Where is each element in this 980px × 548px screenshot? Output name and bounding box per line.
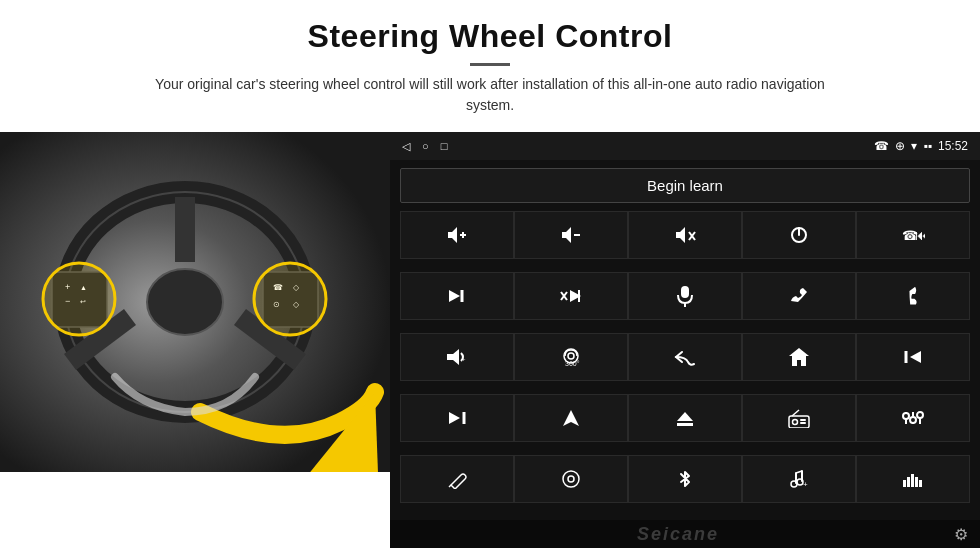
recent-nav-icon[interactable]: □ bbox=[441, 140, 448, 152]
page-title: Steering Wheel Control bbox=[40, 18, 940, 55]
phone-status-icon: ☎ bbox=[874, 139, 889, 153]
navigate-button[interactable] bbox=[514, 394, 628, 442]
page-subtitle: Your original car's steering wheel contr… bbox=[150, 74, 830, 116]
svg-marker-41 bbox=[789, 348, 809, 366]
begin-learn-row: Begin learn bbox=[390, 160, 980, 211]
svg-text:+: + bbox=[462, 356, 466, 362]
home-nav-icon[interactable]: ○ bbox=[422, 140, 429, 152]
svg-point-50 bbox=[793, 420, 798, 425]
svg-point-6 bbox=[147, 269, 223, 335]
svg-rect-68 bbox=[911, 474, 914, 487]
phone-answer-button[interactable] bbox=[742, 272, 856, 320]
music-button[interactable]: + bbox=[742, 455, 856, 503]
eject-button[interactable] bbox=[628, 394, 742, 442]
svg-point-39 bbox=[568, 353, 574, 359]
call-prev-button[interactable]: ☎⏮ bbox=[856, 211, 970, 259]
power-button[interactable] bbox=[742, 211, 856, 259]
svg-marker-45 bbox=[449, 412, 460, 424]
svg-marker-47 bbox=[677, 412, 693, 421]
svg-rect-34 bbox=[681, 286, 689, 298]
wifi-status-icon: ▾ bbox=[911, 139, 917, 153]
battery-icon: ▪▪ bbox=[923, 139, 932, 153]
svg-marker-36 bbox=[447, 349, 459, 365]
svg-point-59 bbox=[917, 412, 923, 418]
svg-rect-66 bbox=[903, 480, 906, 487]
sw-background: + ▲ − ↩ ☎ ◇ ⊙ ◇ bbox=[0, 132, 390, 472]
vol-up-button[interactable] bbox=[400, 211, 514, 259]
status-right-icons: ☎ ⊕ ▾ ▪▪ 15:52 bbox=[874, 139, 968, 153]
status-bar: ◁ ○ □ ☎ ⊕ ▾ ▪▪ 15:52 bbox=[390, 132, 980, 160]
svg-marker-28 bbox=[449, 290, 460, 302]
back-button[interactable] bbox=[628, 333, 742, 381]
begin-learn-button[interactable]: Begin learn bbox=[400, 168, 970, 203]
svg-rect-70 bbox=[919, 480, 922, 487]
home-button[interactable] bbox=[742, 333, 856, 381]
svg-point-63 bbox=[791, 481, 797, 487]
pen-button[interactable] bbox=[400, 455, 514, 503]
svg-text:⏮: ⏮ bbox=[915, 227, 925, 243]
camera-360-button[interactable]: 360° bbox=[514, 333, 628, 381]
status-nav-icons: ◁ ○ □ bbox=[402, 140, 447, 153]
spectrum-button[interactable] bbox=[856, 455, 970, 503]
horn-button[interactable]: + bbox=[400, 333, 514, 381]
svg-point-18 bbox=[254, 263, 326, 335]
bottom-bar: Seicane ⚙ bbox=[390, 520, 980, 548]
svg-point-62 bbox=[568, 476, 574, 482]
fast-fwd-button[interactable] bbox=[400, 394, 514, 442]
svg-text:+: + bbox=[803, 480, 808, 489]
bluetooth-button[interactable] bbox=[628, 455, 742, 503]
svg-text:360°: 360° bbox=[565, 360, 580, 367]
vol-down-button[interactable] bbox=[514, 211, 628, 259]
steering-wheel-svg: + ▲ − ↩ ☎ ◇ ⊙ ◇ bbox=[0, 132, 390, 472]
svg-rect-52 bbox=[800, 422, 806, 424]
location-status-icon: ⊕ bbox=[895, 139, 905, 153]
title-divider bbox=[470, 63, 510, 66]
settings-gear-icon[interactable]: ⚙ bbox=[954, 525, 968, 544]
svg-rect-67 bbox=[907, 477, 910, 487]
mute-button[interactable] bbox=[628, 211, 742, 259]
svg-marker-43 bbox=[910, 351, 921, 363]
svg-point-55 bbox=[903, 413, 909, 419]
microphone-button[interactable] bbox=[628, 272, 742, 320]
svg-point-17 bbox=[43, 263, 115, 335]
back-nav-icon[interactable]: ◁ bbox=[402, 140, 410, 153]
svg-line-53 bbox=[792, 410, 799, 416]
phone-hang-button[interactable] bbox=[856, 272, 970, 320]
prev-track-button[interactable] bbox=[856, 333, 970, 381]
svg-line-60 bbox=[449, 485, 451, 487]
control-icon-grid: ☎⏮ + bbox=[390, 211, 980, 520]
svg-point-61 bbox=[563, 471, 579, 487]
radio-button[interactable] bbox=[742, 394, 856, 442]
svg-rect-48 bbox=[677, 423, 693, 426]
clock-display: 15:52 bbox=[938, 139, 968, 153]
content-row: + ▲ − ↩ ☎ ◇ ⊙ ◇ bbox=[0, 132, 980, 548]
svg-marker-46 bbox=[563, 410, 579, 426]
mute-skip-button[interactable] bbox=[514, 272, 628, 320]
settings-circle-button[interactable] bbox=[514, 455, 628, 503]
skip-next-button[interactable] bbox=[400, 272, 514, 320]
page: Steering Wheel Control Your original car… bbox=[0, 0, 980, 548]
svg-rect-51 bbox=[800, 419, 806, 421]
svg-point-57 bbox=[910, 417, 916, 423]
equalizer-button[interactable] bbox=[856, 394, 970, 442]
brand-text: Seicane bbox=[402, 524, 954, 545]
radio-screen: ◁ ○ □ ☎ ⊕ ▾ ▪▪ 15:52 Begin learn bbox=[390, 132, 980, 548]
steering-wheel-photo: + ▲ − ↩ ☎ ◇ ⊙ ◇ bbox=[0, 132, 390, 472]
header-section: Steering Wheel Control Your original car… bbox=[0, 0, 980, 122]
svg-rect-69 bbox=[915, 477, 918, 487]
